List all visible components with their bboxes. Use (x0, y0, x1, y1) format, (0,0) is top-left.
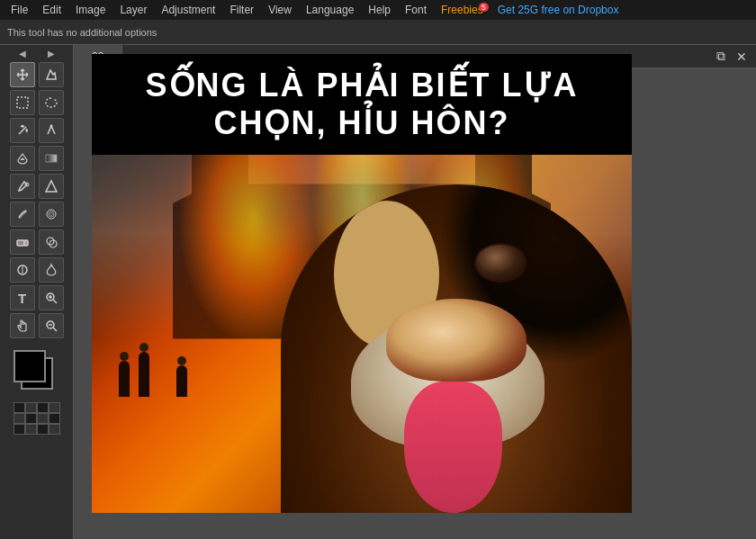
tool-row-2 (10, 90, 64, 115)
svg-line-18 (53, 328, 57, 331)
scroll-left-arrow[interactable]: ◀ (19, 49, 26, 58)
tool-row-4 (10, 146, 64, 171)
person-1 (119, 361, 130, 397)
canvas-area: 38 ⧉ ✕ SỐNG LÀ PHẢI BIẾT LỰA CHỌN, HỈU H… (74, 45, 756, 539)
tool-options-bar: This tool has no additional options (0, 20, 756, 45)
tool-magnify[interactable] (39, 313, 64, 338)
tab-controls: ⧉ ✕ (713, 49, 756, 64)
tool-row-1 (10, 62, 64, 87)
person-3 (176, 365, 187, 397)
svg-rect-9 (24, 240, 28, 246)
menu-font[interactable]: Font (398, 2, 434, 18)
dropbox-promo[interactable]: Get 25G free on Dropbox (490, 2, 626, 18)
main-area: ◀ ▶ (0, 45, 756, 539)
tool-rect-select[interactable] (10, 90, 35, 115)
tool-path-select[interactable] (39, 62, 64, 87)
svg-line-14 (53, 300, 57, 303)
pattern-grid (14, 402, 60, 435)
scroll-right-arrow[interactable]: ▶ (48, 49, 55, 58)
tool-text[interactable]: T (10, 285, 35, 310)
menu-view[interactable]: View (261, 2, 299, 18)
svg-point-1 (50, 125, 52, 128)
tool-lasso[interactable] (39, 90, 64, 115)
person-2 (139, 352, 149, 397)
close-button[interactable]: ✕ (733, 49, 751, 64)
tool-burn[interactable] (39, 257, 64, 283)
maximize-button[interactable]: ⧉ (713, 49, 729, 64)
tool-paint-bucket[interactable] (10, 146, 35, 171)
tool-row-6 (10, 202, 64, 227)
svg-rect-0 (17, 97, 28, 108)
svg-rect-8 (17, 240, 24, 246)
tool-magic-wand[interactable] (10, 118, 35, 143)
tool-eyedropper[interactable] (10, 174, 35, 199)
dog-eye (474, 243, 527, 283)
tool-shape[interactable] (39, 174, 64, 199)
tool-blur[interactable] (39, 202, 64, 227)
tool-smudge[interactable] (10, 202, 35, 227)
tool-pen[interactable] (39, 118, 64, 143)
scroll-arrows: ◀ ▶ (19, 49, 55, 58)
dog-nose (386, 299, 526, 381)
menu-layer[interactable]: Layer (112, 2, 154, 18)
tool-row-7 (10, 229, 64, 255)
dog-face (281, 184, 632, 514)
image-canvas: SỐNG LÀ PHẢI BIẾT LỰA CHỌN, HỈU HÔN? (92, 54, 632, 513)
tool-row-9: T (10, 285, 64, 310)
meme-text: SỐNG LÀ PHẢI BIẾT LỰA CHỌN, HỈU HÔN? (92, 54, 632, 155)
freebies-badge: 5 (479, 3, 489, 12)
menu-adjustment[interactable]: Adjustment (154, 2, 222, 18)
menu-filter[interactable]: Filter (222, 2, 261, 18)
color-swatches (14, 350, 60, 390)
menu-file[interactable]: File (4, 2, 35, 18)
svg-point-7 (50, 213, 52, 216)
svg-rect-2 (46, 155, 57, 162)
menu-edit[interactable]: Edit (35, 2, 68, 18)
svg-marker-4 (46, 181, 57, 192)
tool-clone[interactable] (39, 229, 64, 255)
menu-freebies[interactable]: Freebies5 (434, 2, 490, 18)
svg-point-6 (49, 211, 54, 217)
menu-help[interactable]: Help (361, 2, 398, 18)
menu-bar: File Edit Image Layer Adjustment Filter … (0, 0, 756, 20)
left-toolbar: ◀ ▶ (0, 45, 74, 539)
tool-row-5 (10, 174, 64, 199)
tool-options-message: This tool has no additional options (7, 27, 157, 38)
menu-language[interactable]: Language (299, 2, 361, 18)
tool-zoom[interactable] (39, 285, 64, 310)
tool-gradient[interactable] (39, 146, 64, 171)
tool-row-10 (10, 313, 64, 338)
tool-dodge[interactable] (10, 257, 35, 283)
dog-scene (92, 126, 632, 513)
tool-eraser[interactable] (10, 229, 35, 255)
foreground-color-swatch[interactable] (14, 350, 46, 382)
dog-tongue (404, 382, 502, 513)
menu-image[interactable]: Image (68, 2, 112, 18)
tool-row-8 (10, 257, 64, 283)
people-silhouettes (119, 281, 308, 397)
tool-move[interactable] (10, 62, 35, 87)
tool-hand[interactable] (10, 313, 35, 338)
tool-row-3 (10, 118, 64, 143)
